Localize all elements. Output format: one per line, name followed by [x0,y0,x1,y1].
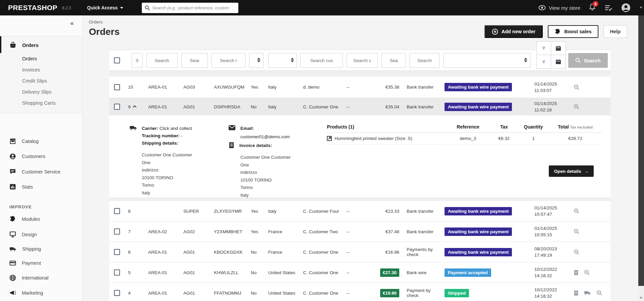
filter-code-input[interactable] [181,53,208,68]
order-row-6[interactable]: 6 AREA-01 AG01 KBOCKGDXK No France C. Cu… [109,242,610,262]
sidebar-item-payment[interactable]: Payment [0,256,82,270]
calendar-icon[interactable] [551,55,566,69]
sidebar-item-label: International [22,275,49,281]
row-checkbox[interactable] [114,249,120,255]
preview-order-button[interactable] [574,249,580,255]
order-code: AG01 [181,104,211,109]
sidebar-item-stats[interactable]: Stats [0,179,82,194]
puzzle-icon [554,29,561,35]
scroll-down-arrow-icon[interactable] [640,297,642,299]
scrollbar-thumb[interactable] [638,15,644,286]
open-details-button[interactable]: Open details → [549,165,594,177]
boost-sales-button[interactable]: Boost sales [548,25,598,38]
scroll-up-arrow-icon[interactable] [640,6,642,8]
sidebar-item-credit-slips[interactable]: Credit Slips [0,75,82,86]
sidebar-item-shipping[interactable]: Shipping [0,242,82,256]
view-delivery-slip-button[interactable] [584,290,591,296]
sidebar-group-orders-label: Orders [22,42,39,48]
order-time: 10:57:47 [534,211,563,217]
order-reference: YZXMMBHET [211,229,248,234]
collapse-preview-icon[interactable] [132,105,136,109]
date-to-input[interactable]: Y [536,55,551,69]
order-row-10[interactable]: 10 AREA-01 AG03 AXUWGUFQM Yes Italy d. d… [109,77,610,98]
sidebar-item-international[interactable]: International [0,270,82,286]
filter-customer-input[interactable] [300,53,343,68]
filter-new-client-select[interactable] [249,53,264,68]
tracking-label: Tracking number: [142,133,180,138]
row-checkbox[interactable] [114,290,120,296]
order-row-7[interactable]: 7 AREA-02 AG02 YZXMMBHET Yes France C. C… [109,221,610,242]
row-checkbox[interactable] [114,229,120,235]
sidebar-item-invoices[interactable]: Invoices [0,64,82,75]
order-row-5[interactable]: 5 AREA-01 AG01 KHWLILZLL No United State… [109,262,610,283]
preview-order-button[interactable] [584,269,590,275]
filter-id-input[interactable] [132,53,142,68]
quick-access-menu[interactable]: Quick Access [87,5,123,10]
preview-order-button[interactable] [574,208,580,214]
order-row-9[interactable]: 9 AREA-01 AG01 DSIPHRSDA No Italy C. Cus… [109,98,610,115]
search-input[interactable] [152,5,235,10]
sidebar-item-design[interactable]: Design [0,227,82,242]
row-checkbox[interactable] [114,269,120,275]
credit-card-icon [9,260,16,266]
sidebar-item-delivery-slips[interactable]: Delivery Slips [0,86,82,97]
grid-search-button[interactable]: Search [568,53,608,68]
sidebar-item-orders-group[interactable]: Orders [0,36,82,53]
preview-order-button[interactable] [596,290,602,296]
select-arrows-icon [257,58,260,62]
sidebar-item-marketing[interactable]: Marketing [0,286,82,300]
order-row-8[interactable]: 8 SUPER ZLXYEGYMR Yes Italy C. Customer … [109,201,610,221]
order-payment: Bank transfer [399,104,435,109]
sidebar-section-improve: IMPROVE [9,204,82,209]
preview-order-button[interactable] [574,84,580,90]
preview-order-button[interactable] [574,104,580,110]
order-date: 01/14/2025 [534,225,563,232]
sidebar-collapse-button[interactable]: « [70,19,74,27]
row-checkbox[interactable] [114,208,120,214]
add-new-order-button[interactable]: Add new order [484,25,543,38]
order-company: -- [344,291,362,296]
order-total: €35.04 [362,104,399,109]
sidebar-item-modules[interactable]: Modules [0,211,82,227]
order-row-4[interactable]: 4 AREA-01 AG01 FFATNOMMJ No United State… [109,283,610,301]
person-icon [9,153,16,160]
filter-company-input[interactable] [347,53,378,68]
order-new-client: Yes [248,209,266,214]
open-details-label: Open details [554,169,581,174]
sidebar-item-orders[interactable]: Orders [0,53,82,64]
filter-total-input[interactable] [382,53,406,68]
activity-list-icon[interactable] [604,4,612,11]
order-new-client: No [248,270,266,275]
filter-status-select[interactable] [443,53,530,68]
view-my-store-link[interactable]: View my store [538,5,580,11]
page-scrollbar[interactable] [638,0,644,301]
filter-reference-input[interactable] [212,53,245,68]
filter-zone-input[interactable] [146,53,178,68]
sidebar-item-label: Stats [22,184,33,190]
select-all-checkbox[interactable] [114,57,120,63]
global-search[interactable] [142,3,238,13]
external-link-icon[interactable] [327,136,332,141]
email-label: Email: [240,125,254,132]
profile-avatar-icon[interactable] [621,3,631,12]
view-invoice-button[interactable] [574,290,579,296]
sidebar-item-customer-service[interactable]: Customer Service [0,164,82,179]
sidebar-item-shopping-carts[interactable]: Shopping Carts [0,97,82,108]
notifications-button[interactable]: 5 [589,3,596,12]
row-checkbox[interactable] [114,84,120,90]
order-zone: AREA-01 [145,250,181,255]
filter-payment-input[interactable] [410,53,440,68]
filter-country-select[interactable] [268,53,297,68]
view-my-store-label: View my store [549,5,580,11]
calendar-icon[interactable] [551,41,566,55]
view-invoice-button[interactable] [574,270,579,275]
sidebar-item-customers[interactable]: Customers [0,149,82,164]
date-from-input[interactable]: Y [536,41,551,55]
order-code: AG01 [181,250,211,255]
sidebar-item-catalog[interactable]: Catalog [0,134,82,149]
order-time: 11:03:07 [534,87,563,94]
col-reference: Reference [446,122,490,133]
preview-order-button[interactable] [574,229,580,235]
row-checkbox[interactable] [114,104,120,110]
help-button[interactable]: Help [603,25,627,38]
